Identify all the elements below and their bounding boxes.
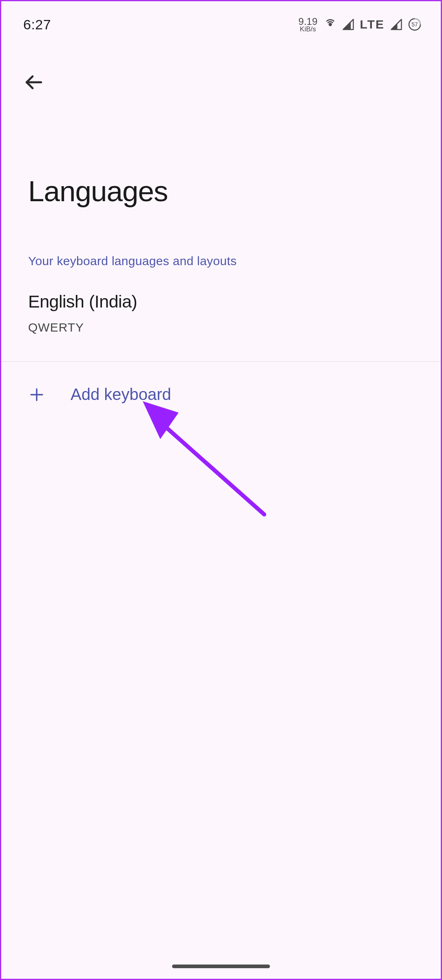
hotspot-icon xyxy=(324,18,336,31)
language-name: English (India) xyxy=(28,292,414,312)
svg-line-6 xyxy=(154,417,264,514)
status-bar: 6:27 9.19 KiB/s LTE xyxy=(1,1,441,34)
signal-icon-2 xyxy=(390,18,402,31)
status-time: 6:27 xyxy=(23,17,51,33)
battery-icon: 57 xyxy=(408,18,421,31)
svg-text:57: 57 xyxy=(411,21,418,28)
status-network-lte: LTE xyxy=(360,18,385,31)
status-data-rate: 9.19 KiB/s xyxy=(298,17,318,33)
page-title: Languages xyxy=(28,175,414,208)
arrow-left-icon xyxy=(23,72,44,92)
section-subtitle: Your keyboard languages and layouts xyxy=(28,254,414,268)
plus-icon xyxy=(28,386,45,403)
add-keyboard-label: Add keyboard xyxy=(71,385,171,404)
svg-point-0 xyxy=(329,23,332,26)
add-keyboard-button[interactable]: Add keyboard xyxy=(1,362,441,427)
signal-icon xyxy=(342,18,354,31)
nav-gesture-bar[interactable] xyxy=(172,965,270,968)
back-button[interactable] xyxy=(22,70,45,94)
status-data-value: 9.19 xyxy=(298,17,318,26)
status-right: 9.19 KiB/s LTE xyxy=(298,17,421,33)
status-data-unit: KiB/s xyxy=(300,26,316,33)
language-layout: QWERTY xyxy=(28,321,414,334)
language-item[interactable]: English (India) QWERTY xyxy=(28,292,414,358)
